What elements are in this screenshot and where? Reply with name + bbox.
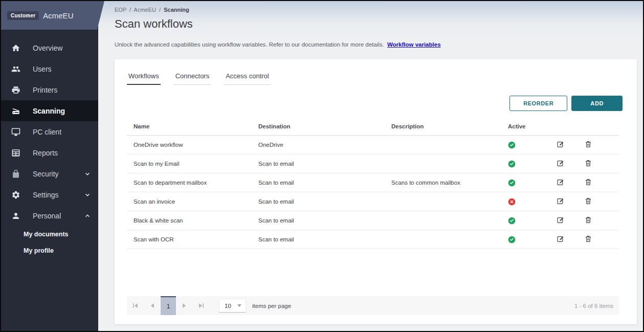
sidebar-item-scanning[interactable]: Scanning — [1, 100, 98, 121]
active-status-icon — [508, 217, 516, 225]
cell-delete — [578, 216, 619, 225]
table-body: OneDrive workflow OneDrive — [127, 136, 619, 249]
breadcrumb-separator: / — [129, 7, 131, 13]
first-page-button[interactable] — [127, 296, 144, 315]
content-card: Workflows Connectors Access control REOR… — [115, 59, 637, 324]
add-button[interactable]: ADD — [571, 96, 623, 111]
active-status-icon — [508, 198, 516, 206]
table-icon — [11, 148, 20, 158]
trash-icon[interactable] — [584, 235, 592, 243]
trash-icon[interactable] — [584, 159, 592, 167]
page-description: Unlock the advanced capabilities using w… — [115, 41, 636, 48]
cell-name: Scan to department mailbox — [127, 180, 252, 186]
sidebar-item-label: PC client — [33, 128, 91, 136]
sidebar-item-printers[interactable]: Printers — [1, 79, 98, 100]
cell-name: Scan an invoice — [127, 198, 252, 205]
breadcrumb-current: Scanning — [164, 7, 189, 13]
edit-icon[interactable] — [557, 216, 565, 224]
sidebar: Overview Users Printers Scanning — [1, 1, 98, 331]
chevron-up-icon — [84, 212, 91, 219]
last-page-button[interactable] — [193, 296, 210, 315]
trash-icon[interactable] — [584, 197, 592, 205]
page-size-dropdown[interactable]: 10 — [219, 299, 246, 313]
cell-delete — [578, 159, 619, 168]
table-row: Scan to my Email Scan to email — [127, 154, 619, 173]
sidebar-item-pc-client[interactable]: PC client — [1, 121, 98, 142]
trash-icon[interactable] — [584, 216, 592, 224]
gear-icon — [11, 190, 20, 200]
cell-destination: Scan to email — [252, 217, 385, 224]
table-row: Black & white scan Scan to email — [127, 211, 619, 230]
edit-icon[interactable] — [557, 140, 565, 148]
sidebar-item-personal[interactable]: Personal — [1, 205, 98, 226]
sidebar-item-label: Security — [33, 170, 84, 178]
cell-edit — [550, 235, 578, 244]
reorder-button[interactable]: REORDER — [509, 96, 567, 111]
cell-active — [501, 141, 550, 149]
page-range-label: 1 - 6 of 6 items — [574, 303, 619, 309]
sidebar-item-label: Reports — [33, 149, 91, 157]
next-page-button[interactable] — [176, 296, 193, 315]
table-row: Scan with OCR Scan to email — [127, 230, 619, 249]
lock-icon — [11, 169, 20, 179]
cell-active — [501, 160, 550, 168]
cell-delete — [578, 197, 619, 206]
tab-access-control[interactable]: Access control — [224, 72, 271, 85]
table-row: Scan to department mailbox Scan to email… — [127, 173, 619, 192]
scanner-icon — [11, 106, 20, 116]
printer-icon — [11, 85, 20, 95]
workflow-variables-link[interactable]: Workflow variables — [387, 41, 441, 48]
chevron-down-icon — [84, 191, 91, 198]
column-header-active: Active — [501, 123, 550, 129]
breadcrumb-customer[interactable]: AcmeEU — [134, 7, 156, 13]
cell-edit — [550, 216, 578, 225]
sidebar-item-my-profile[interactable]: My profile — [1, 242, 98, 259]
cell-edit — [550, 159, 578, 168]
column-header-description: Description — [385, 123, 501, 129]
active-status-icon — [508, 141, 516, 149]
table-header-row: Name Destination Description Active — [127, 117, 619, 136]
edit-icon[interactable] — [557, 159, 565, 167]
cell-active — [501, 217, 550, 225]
cell-destination: Scan to email — [252, 161, 385, 167]
page-title: Scan workflows — [115, 17, 636, 31]
breadcrumb-root[interactable]: EOP — [115, 7, 126, 13]
sidebar-item-overview[interactable]: Overview — [1, 37, 98, 58]
app-window: Overview Users Printers Scanning — [0, 0, 644, 332]
edit-icon[interactable] — [557, 197, 565, 205]
sidebar-item-users[interactable]: Users — [1, 58, 98, 79]
page-number-button[interactable]: 1 — [161, 296, 176, 315]
tab-workflows[interactable]: Workflows — [127, 72, 161, 85]
chevron-down-icon — [84, 170, 91, 178]
trash-icon[interactable] — [584, 178, 592, 186]
cell-edit — [550, 140, 578, 149]
tab-connectors[interactable]: Connectors — [174, 72, 211, 85]
table-row: Scan an invoice Scan to email — [127, 192, 619, 211]
active-status-icon — [508, 236, 516, 244]
sidebar-item-label: Printers — [33, 86, 91, 94]
cell-active — [501, 198, 550, 206]
cell-edit — [550, 178, 578, 187]
sidebar-item-security[interactable]: Security — [1, 163, 98, 184]
edit-icon[interactable] — [557, 178, 565, 186]
person-icon — [11, 211, 20, 220]
sidebar-item-label: Scanning — [33, 107, 91, 115]
sidebar-item-settings[interactable]: Settings — [1, 184, 98, 205]
cell-name: OneDrive workflow — [127, 142, 252, 148]
customer-badge: Customer — [7, 11, 39, 20]
cell-name: Black & white scan — [127, 217, 252, 224]
edit-icon[interactable] — [557, 235, 565, 243]
breadcrumb-separator: / — [159, 7, 161, 13]
cell-delete — [578, 178, 619, 187]
users-icon — [11, 64, 20, 74]
previous-page-button[interactable] — [144, 296, 161, 315]
cell-delete — [578, 235, 619, 244]
cell-destination: Scan to email — [252, 180, 385, 186]
sidebar-item-reports[interactable]: Reports — [1, 142, 98, 163]
trash-icon[interactable] — [584, 140, 592, 148]
column-header-destination: Destination — [252, 123, 385, 129]
workflows-table: Name Destination Description Active OneD… — [127, 117, 619, 249]
items-per-page-label: items per page — [252, 303, 291, 309]
sidebar-item-my-documents[interactable]: My documents — [1, 226, 98, 242]
cell-active — [501, 179, 550, 187]
